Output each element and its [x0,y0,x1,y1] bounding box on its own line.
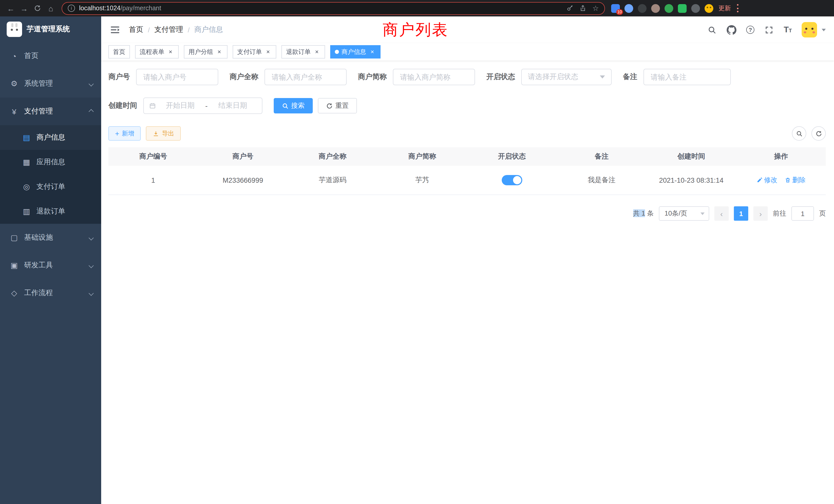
browser-toolbar: ← → ⌂ i localhost:1024 /pay/merchant ☆ 1… [0,0,834,17]
end-date-placeholder: 结束日期 [209,101,257,110]
help-icon[interactable] [746,26,754,34]
merchant-full-name-input[interactable] [264,69,347,85]
close-icon[interactable]: × [216,48,223,55]
start-date-placeholder: 开始日期 [156,101,204,110]
sidebar-item-label: 支付订单 [37,182,65,191]
filter-create-time: 创建时间 开始日期 - 结束日期 [108,97,262,114]
sidebar-item-dev-tools[interactable]: ▣ 研发工具 [0,251,101,279]
sidebar-item-infrastructure[interactable]: ▢ 基础设施 [0,224,101,251]
breadcrumb-separator: / [148,26,150,33]
total-count: 共 1 条 [633,209,654,218]
close-icon[interactable]: × [369,48,376,55]
github-icon[interactable] [727,25,737,35]
omnibox-actions: ☆ [567,5,599,12]
bookmark-star-icon[interactable]: ☆ [592,5,599,12]
refresh-icon [326,102,333,109]
extension-icon[interactable] [664,4,673,13]
sidebar-item-payment-management[interactable]: ¥ 支付管理 [0,97,101,125]
column-header: 操作 [736,152,826,161]
chevron-down-icon[interactable] [822,28,826,31]
tab-label: 流程表单 [140,47,164,56]
sidebar-item-app-info[interactable]: ▦ 应用信息 [0,150,101,175]
extension-icon[interactable] [638,4,646,13]
tab-label: 用户分组 [189,47,213,56]
browser-update-button[interactable]: 更新 [719,4,731,13]
next-page-button[interactable]: › [753,206,768,221]
extension-icon[interactable] [651,4,660,13]
tabs-bar: 首页 流程表单 × 用户分组 × 支付订单 × 退款订单 × [101,43,834,61]
sidebar-item-refund-orders[interactable]: ▥ 退款订单 [0,199,101,224]
home-icon[interactable]: ⌂ [44,2,58,15]
delete-link[interactable]: 删除 [785,176,806,185]
font-size-icon[interactable] [784,25,792,35]
status-toggle[interactable] [502,175,522,185]
extension-icon[interactable] [678,4,687,13]
extension-puzzle-icon[interactable]: 10 [611,4,620,13]
breadcrumb-item[interactable]: 支付管理 [154,25,183,35]
remark-input[interactable] [643,69,731,85]
search-icon[interactable] [707,25,717,35]
cell-actions: 修改 删除 [736,176,826,185]
search-button[interactable]: 搜索 [274,98,313,113]
back-icon[interactable]: ← [4,2,18,15]
merchant-no-input[interactable] [136,69,218,85]
merchant-short-name-input[interactable] [393,69,475,85]
add-button[interactable]: + 新增 [108,126,141,141]
reset-button[interactable]: 重置 [318,98,357,113]
browser-menu-kebab-icon[interactable] [735,4,740,12]
share-icon[interactable] [579,5,587,12]
profile-avatar-icon[interactable] [705,4,713,13]
tab-refund-orders[interactable]: 退款订单 × [281,45,325,59]
edit-link[interactable]: 修改 [756,176,777,185]
column-header: 备注 [557,152,646,161]
fullscreen-icon[interactable] [764,25,774,35]
avatar[interactable] [802,22,817,38]
toggle-search-button[interactable] [792,126,806,141]
app-logo[interactable]: 芋道管理系统 [0,17,101,42]
close-icon[interactable]: × [167,48,174,55]
tab-process-form[interactable]: 流程表单 × [135,45,179,59]
extension-icon[interactable] [691,4,700,13]
page-size-select[interactable]: 10条/页 [659,206,709,221]
table-row: 1 M233666999 芋道源码 芋艿 我是备注 2021-10-23 08:… [108,166,826,195]
close-icon[interactable]: × [264,48,272,55]
field-label: 创建时间 [108,101,143,110]
goto-page-input[interactable] [791,206,814,221]
tab-merchant-info[interactable]: 商户信息 × [330,45,380,59]
field-label: 商户简称 [358,72,393,82]
sidebar-item-merchant-info[interactable]: ▤ 商户信息 [0,125,101,150]
chevron-left-icon: ‹ [720,209,723,218]
sidebar-item-workflow[interactable]: ◇ 工作流程 [0,279,101,307]
filter-merchant-full-name: 商户全称 [229,69,347,85]
date-range-picker[interactable]: 开始日期 - 结束日期 [143,97,262,114]
sidebar-item-home[interactable]: ◔ 首页 [0,42,101,70]
tab-user-group[interactable]: 用户分组 × [184,45,227,59]
status-select[interactable]: 请选择开启状态 [521,69,612,85]
tab-payment-orders[interactable]: 支付订单 × [233,45,276,59]
prev-page-button[interactable]: ‹ [714,206,729,221]
site-info-icon[interactable]: i [68,5,75,12]
url-bar[interactable]: i localhost:1024 /pay/merchant ☆ [62,2,605,15]
sidebar-item-label: 支付管理 [24,107,53,116]
breadcrumb-item[interactable]: 首页 [129,25,143,35]
hamburger-icon[interactable] [109,24,121,36]
forward-icon[interactable]: → [18,2,31,15]
chevron-down-icon [89,291,94,296]
search-icon [796,130,803,137]
key-icon[interactable] [567,5,574,12]
download-icon [153,130,159,137]
sidebar-item-system-management[interactable]: ⚙ 系统管理 [0,70,101,97]
reload-icon[interactable] [31,2,44,15]
refresh-table-button[interactable] [811,126,826,141]
export-button[interactable]: 导出 [146,126,181,141]
sidebar-item-label: 基础设施 [24,233,53,242]
tab-home[interactable]: 首页 [108,45,130,59]
link-label: 修改 [764,176,777,185]
sidebar-item-payment-orders[interactable]: ◎ 支付订单 [0,175,101,199]
close-icon[interactable]: × [313,48,321,55]
page-number-button[interactable]: 1 [734,206,748,221]
navbar-actions [707,22,826,38]
extension-icon[interactable] [624,4,633,13]
payment-submenu: ▤ 商户信息 ▦ 应用信息 ◎ 支付订单 ▥ 退款订单 [0,125,101,224]
card-icon: ▤ [22,133,31,142]
